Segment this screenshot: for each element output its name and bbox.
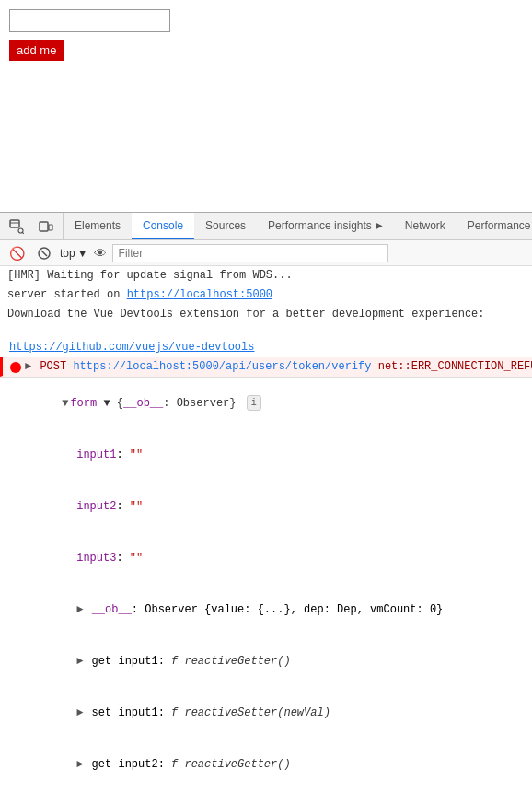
stop-on-exception-button[interactable] <box>34 245 54 262</box>
filter-input[interactable] <box>112 244 388 262</box>
console-toolbar: 🚫 top ▼ 👁 <box>0 240 532 266</box>
localhost-link[interactable]: https://localhost:5000 <box>127 286 272 303</box>
tab-console[interactable]: Console <box>132 213 194 239</box>
console-line-devtools: Download the Vue Devtools extension for … <box>0 305 532 357</box>
form-get-input2: ► get input2: f reactiveGetter() <box>0 739 532 790</box>
svg-line-7 <box>41 251 47 256</box>
form-input3: input3: "" <box>0 532 532 584</box>
info-badge-form: i <box>247 395 261 411</box>
console-line-server: server started on https://localhost:5000 <box>0 286 532 305</box>
form-set-input1: ► set input1: f reactiveSetter(newVal) <box>0 687 532 739</box>
webpage-area: add me <box>0 0 532 212</box>
form-get-input1: ► get input1: f reactiveGetter() <box>0 636 532 687</box>
form-line: ▼form ▼ {__ob__: Observer} i <box>0 378 532 429</box>
inspect-element-button[interactable] <box>6 217 28 236</box>
form-ob: ► __ob__: Observer {value: {...}, dep: D… <box>0 584 532 636</box>
form-set-input2: ► set input2: f reactiveSetter(newVal) <box>0 790 532 805</box>
form-input2: input2: "" <box>0 481 532 532</box>
form-input1: input1: "" <box>0 429 532 481</box>
vue-devtools-link[interactable]: https://github.com/vuejs/vue-devtools <box>7 339 254 356</box>
svg-rect-4 <box>40 222 48 231</box>
console-line-hmr: [HMR] Waiting for update signal from WDS… <box>0 266 532 286</box>
device-toggle-button[interactable] <box>35 217 57 236</box>
svg-line-3 <box>22 232 24 234</box>
tab-elements[interactable]: Elements <box>64 213 132 239</box>
tab-network[interactable]: Network <box>394 213 457 239</box>
clear-console-button[interactable]: 🚫 <box>6 244 29 262</box>
svg-rect-0 <box>10 220 19 228</box>
devtools-icon-buttons <box>0 213 64 239</box>
error-message: net::ERR_CONNECTION_REFUSED <box>371 358 532 375</box>
context-dropdown[interactable]: top ▼ <box>60 247 88 260</box>
add-me-button[interactable]: add me <box>9 40 64 61</box>
tab-performance-insights[interactable]: Performance insights ▶ <box>257 213 394 239</box>
console-output: [HMR] Waiting for update signal from WDS… <box>0 266 532 805</box>
error-url[interactable]: https://localhost:5000/api/users/token/v… <box>73 358 371 375</box>
devtools-tab-bar: Elements Console Sources Performance ins… <box>0 213 532 240</box>
console-line-error: ► POST https://localhost:5000/api/users/… <box>0 357 532 377</box>
webpage-input[interactable] <box>9 9 170 32</box>
tab-sources[interactable]: Sources <box>194 213 257 239</box>
eye-icon[interactable]: 👁 <box>94 246 107 261</box>
tab-performance[interactable]: Performance <box>457 213 532 239</box>
svg-rect-5 <box>49 225 52 230</box>
devtools-panel: Elements Console Sources Performance ins… <box>0 212 532 805</box>
error-dot <box>10 362 21 373</box>
